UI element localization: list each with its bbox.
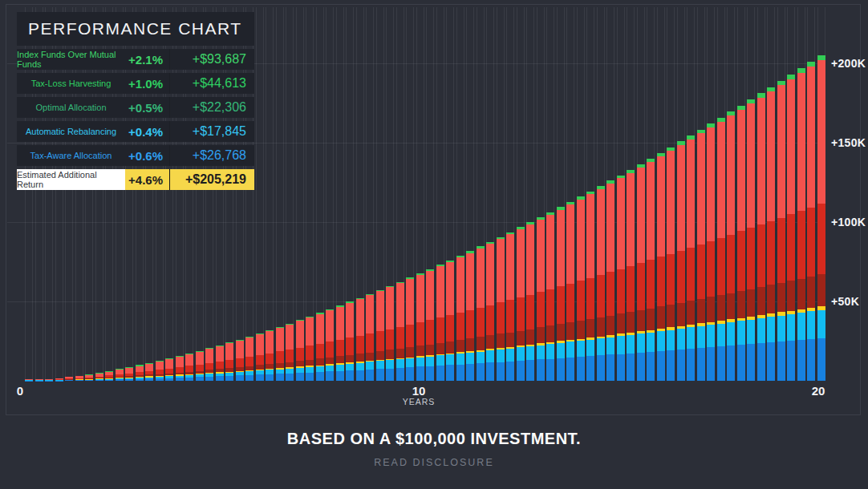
stacked-bar-q9[interactable] <box>105 371 113 381</box>
stacked-bar-q20[interactable] <box>216 346 224 381</box>
stacked-bar-q23[interactable] <box>245 337 254 381</box>
segment <box>537 359 545 381</box>
stacked-bar-q6[interactable] <box>75 376 83 381</box>
stacked-bar-q71[interactable] <box>727 111 735 381</box>
stacked-bar-q51[interactable] <box>526 222 534 381</box>
legend-row[interactable]: Optimal Allocation +0.5% +$22,306 <box>17 97 254 118</box>
legend-row[interactable]: Index Funds Over Mutual Funds +2.1% +$93… <box>17 49 254 70</box>
stacked-bar-q4[interactable] <box>55 378 63 381</box>
stacked-bar-q60[interactable] <box>617 176 625 381</box>
bar-track <box>687 7 695 381</box>
stacked-bar-q49[interactable] <box>506 232 514 381</box>
stacked-bar-q33[interactable] <box>346 301 354 381</box>
segment <box>557 210 565 287</box>
stacked-bar-q66[interactable] <box>677 141 685 381</box>
stacked-bar-q25[interactable] <box>266 330 274 381</box>
stacked-bar-q30[interactable] <box>316 313 324 381</box>
stacked-bar-q62[interactable] <box>637 164 645 381</box>
stacked-bar-q50[interactable] <box>517 227 525 381</box>
stacked-bar-q3[interactable] <box>45 379 53 382</box>
segment <box>396 368 404 381</box>
stacked-bar-q80[interactable] <box>817 55 825 381</box>
stacked-bar-q37[interactable] <box>386 286 394 381</box>
stacked-bar-q61[interactable] <box>627 170 635 381</box>
stacked-bar-q56[interactable] <box>577 196 585 381</box>
stacked-bar-q18[interactable] <box>196 351 204 381</box>
segment <box>446 262 454 315</box>
stacked-bar-q67[interactable] <box>687 135 695 381</box>
stacked-bar-q35[interactable] <box>366 294 374 381</box>
stacked-bar-q13[interactable] <box>145 363 153 381</box>
legend-row[interactable]: Estimated Additional Return +4.6% +$205,… <box>17 169 254 190</box>
stacked-bar-q55[interactable] <box>566 202 574 381</box>
stacked-bar-q7[interactable] <box>85 374 93 381</box>
stacked-bar-q64[interactable] <box>657 153 665 381</box>
legend-row[interactable]: Tax-Aware Allocation +0.6% +$26,768 <box>17 145 254 166</box>
stacked-bar-q54[interactable] <box>557 207 565 381</box>
stacked-bar-q73[interactable] <box>747 99 755 381</box>
stacked-bar-q52[interactable] <box>537 217 545 381</box>
bar-track <box>617 7 625 381</box>
bar-track <box>517 7 525 381</box>
stacked-bar-q16[interactable] <box>176 356 184 381</box>
segment <box>306 367 314 373</box>
stacked-bar-q22[interactable] <box>236 340 244 382</box>
stacked-bar-q65[interactable] <box>667 148 675 381</box>
stacked-bar-q19[interactable] <box>205 348 213 381</box>
stacked-bar-q31[interactable] <box>326 309 334 381</box>
legend-row[interactable]: Tax-Loss Harvesting +1.0% +$44,613 <box>17 73 254 94</box>
stacked-bar-q72[interactable] <box>737 106 745 381</box>
stacked-bar-q46[interactable] <box>477 246 485 381</box>
stacked-bar-q34[interactable] <box>356 298 364 381</box>
stacked-bar-q43[interactable] <box>446 261 454 381</box>
segment <box>356 299 364 336</box>
stacked-bar-q14[interactable] <box>156 361 164 381</box>
stacked-bar-q45[interactable] <box>466 251 474 381</box>
stacked-bar-q1[interactable] <box>25 379 33 382</box>
stacked-bar-q63[interactable] <box>647 159 655 381</box>
stacked-bar-q12[interactable] <box>136 365 144 381</box>
stacked-bar-q78[interactable] <box>797 68 805 381</box>
segment <box>216 376 224 381</box>
stacked-bar-q24[interactable] <box>256 333 264 381</box>
stacked-bar-q59[interactable] <box>606 180 614 381</box>
stacked-bar-q36[interactable] <box>376 290 384 381</box>
segment <box>577 341 585 357</box>
stacked-bar-q75[interactable] <box>767 87 775 381</box>
stacked-bar-q39[interactable] <box>406 277 414 381</box>
stacked-bar-q40[interactable] <box>416 273 424 381</box>
stacked-bar-q69[interactable] <box>707 123 715 381</box>
stacked-bar-q10[interactable] <box>116 369 124 381</box>
stacked-bar-q58[interactable] <box>597 186 605 381</box>
stacked-bar-q15[interactable] <box>165 358 173 381</box>
stacked-bar-q76[interactable] <box>777 81 785 381</box>
stacked-bar-q70[interactable] <box>717 118 725 381</box>
stacked-bar-q53[interactable] <box>546 212 554 381</box>
stacked-bar-q11[interactable] <box>125 367 133 381</box>
stacked-bar-q17[interactable] <box>185 354 193 381</box>
stacked-bar-q48[interactable] <box>497 237 505 381</box>
stacked-bar-q47[interactable] <box>486 242 494 381</box>
bar-track <box>597 7 605 381</box>
stacked-bar-q68[interactable] <box>697 130 705 381</box>
stacked-bar-q32[interactable] <box>336 305 344 381</box>
stacked-bar-q5[interactable] <box>65 377 73 381</box>
stacked-bar-q77[interactable] <box>787 75 795 381</box>
stacked-bar-q79[interactable] <box>807 62 815 381</box>
stacked-bar-q8[interactable] <box>95 373 103 381</box>
stacked-bar-q57[interactable] <box>586 192 594 381</box>
segment <box>376 351 384 360</box>
stacked-bar-q28[interactable] <box>296 320 304 381</box>
stacked-bar-q21[interactable] <box>225 342 233 381</box>
legend-row[interactable]: Automatic Rebalancing +0.4% +$17,845 <box>17 121 254 142</box>
stacked-bar-q42[interactable] <box>436 265 444 381</box>
stacked-bar-q27[interactable] <box>286 324 294 381</box>
stacked-bar-q29[interactable] <box>306 317 314 381</box>
stacked-bar-q74[interactable] <box>757 93 765 381</box>
stacked-bar-q38[interactable] <box>396 282 404 381</box>
read-disclosure-link[interactable]: READ DISCLOSURE <box>0 457 868 468</box>
stacked-bar-q44[interactable] <box>456 256 464 381</box>
stacked-bar-q26[interactable] <box>276 327 284 381</box>
stacked-bar-q2[interactable] <box>35 379 43 382</box>
stacked-bar-q41[interactable] <box>426 269 434 381</box>
